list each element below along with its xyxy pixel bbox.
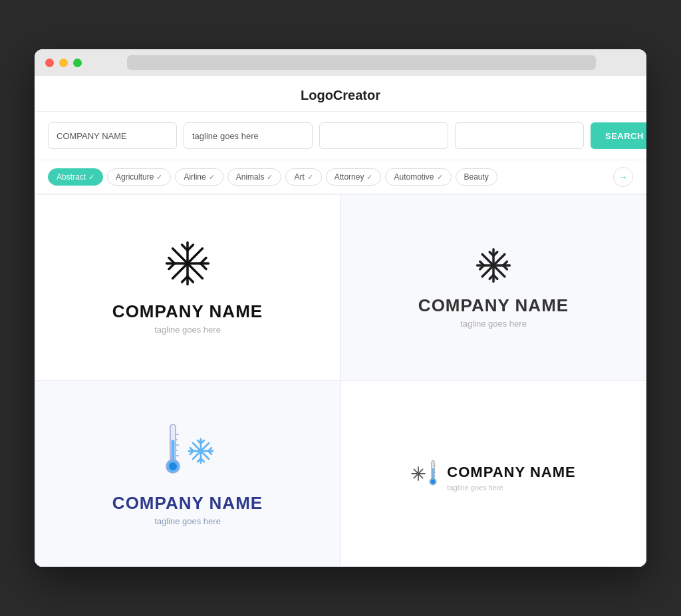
check-icon: ✓ (366, 173, 372, 182)
company-name-4: COMPANY NAME (447, 464, 575, 481)
extra-input-1[interactable] (319, 122, 448, 149)
svg-point-33 (169, 462, 177, 470)
snowflake-icon (164, 240, 211, 293)
url-bar[interactable] (127, 55, 596, 70)
logo-card-4[interactable]: COMPANY NAME tagline goes here (340, 381, 646, 567)
category-label: Beauty (464, 172, 489, 182)
svg-point-57 (431, 480, 435, 484)
category-label: Airline (184, 172, 205, 182)
category-label: Art (294, 172, 304, 182)
minimize-button[interactable] (59, 59, 68, 67)
check-icon: ✓ (437, 173, 443, 182)
app-title: LogoCreator (35, 76, 646, 112)
svg-rect-26 (172, 440, 175, 461)
inline-logo-group: COMPANY NAME tagline goes here (411, 456, 575, 492)
logo-grid: COMPANY NAME tagline goes here (35, 194, 646, 567)
tagline-3: tagline goes here (154, 516, 221, 526)
category-label: Automotive (394, 172, 434, 182)
company-name-2: COMPANY NAME (418, 295, 569, 316)
company-name-3: COMPANY NAME (112, 493, 263, 514)
category-chip-airline[interactable]: Airline ✓ (175, 168, 223, 186)
category-chip-agriculture[interactable]: Agriculture ✓ (107, 168, 171, 186)
titlebar (35, 49, 646, 76)
tagline-input[interactable] (184, 122, 313, 149)
category-chip-automotive[interactable]: Automotive ✓ (385, 168, 451, 186)
tagline-2: tagline goes here (460, 319, 527, 329)
maximize-button[interactable] (73, 59, 82, 67)
check-icon: ✓ (209, 173, 215, 182)
category-label: Attorney (335, 172, 364, 182)
extra-input-2[interactable] (455, 122, 584, 149)
close-button[interactable] (45, 59, 54, 67)
category-chip-beauty[interactable]: Beauty (456, 168, 497, 186)
category-label: Agriculture (116, 172, 154, 182)
check-icon: ✓ (267, 173, 273, 182)
search-button[interactable]: SEARCH (591, 122, 646, 149)
tagline-4: tagline goes here (447, 484, 575, 492)
category-label: Animals (236, 172, 265, 182)
app-window: LogoCreator SEARCH Abstract ✓ Agricultur… (35, 49, 646, 567)
category-next-button[interactable]: → (613, 167, 633, 187)
check-icon: ✓ (156, 173, 162, 182)
svg-point-12 (185, 261, 190, 266)
logo-card-1[interactable]: COMPANY NAME tagline goes here (35, 194, 340, 381)
inline-icon-group (411, 456, 439, 492)
category-chip-art[interactable]: Art ✓ (285, 168, 321, 186)
thermometer-snowflake-group (161, 421, 214, 481)
category-chip-animals[interactable]: Animals ✓ (227, 168, 282, 186)
category-chip-abstract[interactable]: Abstract ✓ (48, 168, 103, 186)
svg-rect-51 (432, 468, 434, 479)
category-label: Abstract (57, 172, 86, 182)
logo-card-2[interactable]: COMPANY NAME tagline goes here (340, 194, 646, 381)
check-icon: ✓ (88, 173, 94, 182)
company-name-1: COMPANY NAME (112, 301, 263, 322)
app-title-text: LogoCreator (301, 88, 380, 102)
tagline-1: tagline goes here (154, 325, 221, 335)
search-bar: SEARCH (35, 112, 646, 160)
snowflake-small-icon (411, 466, 426, 481)
snowflake-blue-icon (188, 438, 214, 464)
snowflake-icon (474, 246, 513, 287)
category-chip-attorney[interactable]: Attorney ✓ (326, 168, 382, 186)
company-name-input[interactable] (48, 122, 177, 149)
inline-text-group: COMPANY NAME tagline goes here (447, 456, 575, 492)
check-icon: ✓ (307, 173, 313, 182)
thermometer-small-icon (427, 456, 439, 492)
category-bar: Abstract ✓ Agriculture ✓ Airline ✓ Anima… (35, 160, 646, 194)
thermometer-icon (161, 421, 185, 481)
logo-card-3[interactable]: COMPANY NAME tagline goes here (35, 381, 340, 567)
